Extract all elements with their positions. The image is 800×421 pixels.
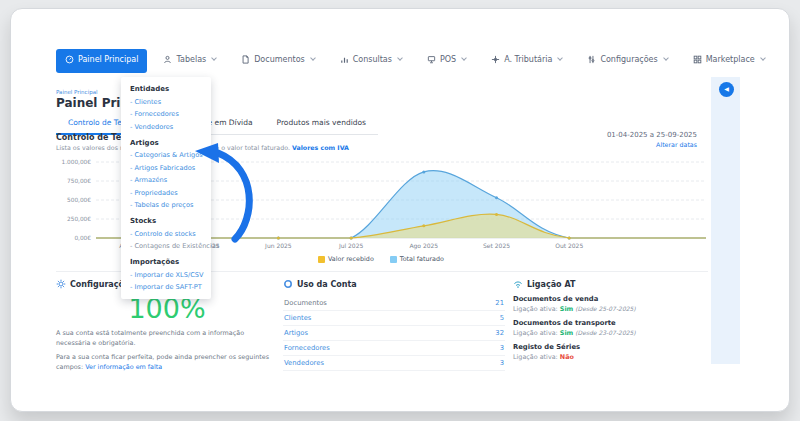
table-row: Fornecedores 3 bbox=[283, 341, 505, 356]
collapse-panel-button[interactable]: ◀ bbox=[719, 82, 734, 97]
menu-item-importar-xls-csv[interactable]: Importar de XLS/CSV bbox=[130, 271, 202, 279]
bar-chart-icon bbox=[340, 55, 349, 64]
dashboard-clock-icon bbox=[65, 55, 74, 64]
nav-item-label: Configurações bbox=[600, 55, 657, 64]
svg-text:500,00€: 500,00€ bbox=[67, 197, 91, 203]
at-card-title: Ligação AT bbox=[527, 280, 575, 289]
menu-section-importacoes: Importações bbox=[130, 258, 202, 266]
change-dates-link[interactable]: Alterar datas bbox=[607, 141, 697, 148]
menu-item-tabelas-de-precos[interactable]: Tabelas de preços bbox=[130, 201, 202, 209]
status-value: Sim bbox=[560, 329, 573, 337]
tab-produtos-mais-vendidos[interactable]: Produtos mais vendidos bbox=[265, 114, 378, 135]
usage-label-fornecedores[interactable]: Fornecedores bbox=[284, 344, 330, 352]
nav-item-label: Documentos bbox=[254, 55, 305, 64]
legend-swatch bbox=[318, 256, 325, 263]
chevron-down-icon bbox=[397, 55, 403, 61]
status-label: Ligação ativa: bbox=[513, 305, 558, 313]
svg-text:0,00€: 0,00€ bbox=[74, 235, 91, 241]
menu-item-propriedades[interactable]: Propriedades bbox=[130, 189, 202, 197]
nav-item-pos[interactable]: POS bbox=[418, 49, 475, 70]
usage-label-clientes[interactable]: Clientes bbox=[284, 314, 311, 322]
legend-label: Valor recebido bbox=[328, 255, 374, 263]
menu-item-fornecedores[interactable]: Fornecedores bbox=[130, 110, 202, 118]
doughnut-icon bbox=[283, 279, 293, 289]
right-panel-strip bbox=[711, 77, 740, 364]
menu-item-categorias-artigos[interactable]: Categorias & Artigos bbox=[130, 151, 202, 159]
data-point bbox=[568, 237, 571, 240]
nav-item-consultas[interactable]: Consultas bbox=[331, 49, 411, 70]
nav-item-label: Tabelas bbox=[176, 55, 206, 64]
status-note: (Desde 23-07-2025) bbox=[575, 329, 635, 336]
menu-section-entidades: Entidades bbox=[130, 85, 202, 93]
nav-item-configuracoes[interactable]: Configurações bbox=[578, 49, 676, 70]
at-group-title: Documentos de transporte bbox=[513, 319, 713, 327]
table-row: Documentos 21 bbox=[283, 296, 505, 311]
usage-label-artigos[interactable]: Artigos bbox=[284, 329, 308, 337]
chevron-down-icon bbox=[760, 55, 766, 61]
usage-value: 21 bbox=[495, 299, 504, 307]
menu-item-controlo-de-stocks[interactable]: Controlo de stocks bbox=[130, 230, 202, 238]
nav-item-label: POS bbox=[440, 55, 456, 64]
chevron-down-icon bbox=[461, 55, 467, 61]
nav-item-a-tributaria[interactable]: A. Tributária bbox=[482, 49, 571, 70]
menu-section-stocks: Stocks bbox=[130, 217, 202, 225]
svg-text:Jul 2025: Jul 2025 bbox=[338, 242, 364, 250]
nav-item-documentos[interactable]: Documentos bbox=[232, 49, 324, 70]
table-row: Vendedores 3 bbox=[283, 356, 505, 371]
missing-info-link[interactable]: Ver informação em falta bbox=[85, 363, 162, 371]
nav-item-label: Marketplace bbox=[706, 55, 755, 64]
menu-section-artigos: Artigos bbox=[130, 139, 202, 147]
at-group-status: Ligação ativa: Sim (Desde 25-07-2025) bbox=[513, 305, 713, 313]
at-group-series: Registo de Séries Ligação ativa: Não bbox=[513, 343, 713, 361]
app-window: Painel Principal Tabelas Documentos Cons… bbox=[10, 8, 790, 412]
data-point bbox=[422, 170, 425, 173]
status-value: Sim bbox=[560, 305, 573, 313]
nav-item-label: A. Tributária bbox=[504, 55, 552, 64]
usage-label-vendedores[interactable]: Vendedores bbox=[284, 359, 324, 367]
status-label: Ligação ativa: bbox=[513, 329, 558, 337]
tabelas-dropdown-menu: Entidades Clientes Fornecedores Vendedor… bbox=[121, 77, 211, 299]
main-nav: Painel Principal Tabelas Documentos Cons… bbox=[56, 49, 774, 70]
legend-item[interactable]: Total faturado bbox=[390, 255, 444, 263]
at-group-title: Registo de Séries bbox=[513, 343, 713, 351]
at-group-status: Ligação ativa: Sim (Desde 23-07-2025) bbox=[513, 329, 713, 337]
table-row: Artigos 32 bbox=[283, 326, 505, 341]
menu-item-vendedores[interactable]: Vendedores bbox=[130, 123, 202, 131]
usage-card: Uso da Conta Documentos 21 Clientes 5 Ar… bbox=[283, 279, 505, 371]
usage-value: 5 bbox=[500, 314, 504, 322]
sliders-icon bbox=[587, 55, 596, 64]
status-value: Não bbox=[560, 353, 574, 361]
usage-value: 3 bbox=[500, 344, 504, 352]
valores-com-iva-link[interactable]: Valores com IVA bbox=[292, 144, 349, 151]
data-point bbox=[422, 224, 425, 227]
person-icon bbox=[163, 55, 172, 64]
chevron-down-icon bbox=[211, 55, 217, 61]
menu-item-importar-saft-pt[interactable]: Importar de SAFT-PT bbox=[130, 283, 202, 291]
nav-item-marketplace[interactable]: Marketplace bbox=[684, 49, 774, 70]
at-group-transporte: Documentos de transporte Ligação ativa: … bbox=[513, 319, 713, 337]
usage-value: 3 bbox=[500, 359, 504, 367]
nav-item-label: Consultas bbox=[353, 55, 392, 64]
table-row: Clientes 5 bbox=[283, 311, 505, 326]
grid-icon bbox=[693, 55, 702, 64]
chevron-down-icon bbox=[310, 55, 316, 61]
usage-label-documentos: Documentos bbox=[284, 299, 327, 307]
nav-item-painel-principal[interactable]: Painel Principal bbox=[56, 49, 147, 70]
breadcrumb[interactable]: Painel Principal bbox=[56, 89, 98, 95]
svg-text:Set 2025: Set 2025 bbox=[483, 242, 510, 249]
wifi-icon bbox=[513, 279, 523, 289]
menu-item-artigos-fabricados[interactable]: Artigos Fabricados bbox=[130, 164, 202, 172]
at-card: Ligação AT Documentos de venda Ligação a… bbox=[513, 279, 713, 361]
menu-item-armazens[interactable]: Armazéns bbox=[130, 176, 202, 184]
at-group-venda: Documentos de venda Ligação ativa: Sim (… bbox=[513, 295, 713, 313]
status-note: (Desde 25-07-2025) bbox=[575, 305, 635, 312]
nav-item-tabelas[interactable]: Tabelas bbox=[154, 49, 225, 70]
menu-item-clientes[interactable]: Clientes bbox=[130, 98, 202, 106]
legend-item[interactable]: Valor recebido bbox=[318, 255, 374, 263]
data-point bbox=[495, 213, 498, 216]
menu-item-contagens-existencias[interactable]: Contagens de Existências bbox=[130, 242, 202, 250]
tax-authority-icon bbox=[491, 55, 500, 64]
setup-text-1: A sua conta está totalmente preenchida c… bbox=[56, 329, 278, 348]
document-icon bbox=[241, 55, 250, 64]
date-range: 01-04-2025 a 25-09-2025 bbox=[607, 131, 697, 139]
